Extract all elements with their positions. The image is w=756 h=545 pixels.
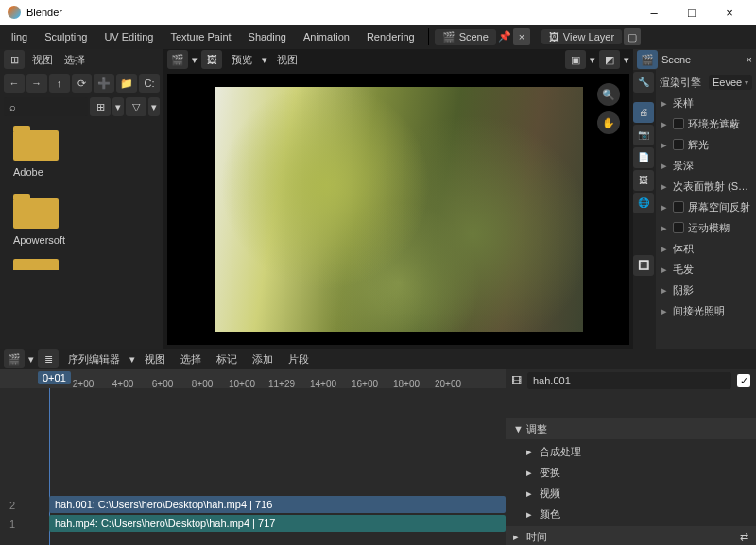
workspace-tab[interactable]: UV Editing — [96, 27, 161, 46]
chevron-down-icon[interactable]: ▾ — [192, 54, 198, 66]
scene-delete-button[interactable]: × — [747, 54, 752, 65]
nav-refresh-button[interactable]: ⟳ — [72, 74, 93, 93]
preview-mode-button[interactable]: 🖼 — [201, 50, 222, 69]
nav-drive-c[interactable]: C: — [139, 74, 160, 93]
render-tab-icon[interactable]: 🖨 — [633, 102, 654, 123]
maximize-button[interactable]: □ — [673, 6, 711, 20]
zoom-tool[interactable]: 🔍 — [597, 83, 620, 106]
chevron-down-icon[interactable]: ▾ — [262, 54, 267, 66]
folder-item[interactable] — [0, 259, 163, 270]
display-channels-button[interactable]: ▣ — [565, 50, 586, 69]
nav-new-folder-button[interactable]: ➕ — [94, 74, 114, 93]
strip-transform-row[interactable]: ▸变换 — [506, 462, 756, 483]
fb-search-input[interactable]: ⌕ — [4, 97, 88, 116]
strip-time-header[interactable]: ▸时间⇄ — [506, 526, 756, 545]
property-checkbox[interactable] — [673, 139, 684, 150]
world-tab-icon[interactable]: 🌐 — [633, 193, 654, 213]
strip-adjust-header[interactable]: ▼调整 — [506, 418, 756, 439]
video-strip[interactable]: hah.001: C:\Users\hero\Desktop\hah.mp4 |… — [49, 496, 506, 513]
scene-selector[interactable]: 🎬 Scene — [435, 29, 496, 45]
fb-folder-list[interactable]: Adobe Apowersoft — [0, 117, 163, 349]
property-row[interactable]: ▸运动模糊 — [656, 217, 756, 238]
tool-tab-icon[interactable]: 🔧 — [633, 72, 654, 93]
scene-pin-icon[interactable]: 📌 — [498, 30, 511, 43]
property-row[interactable]: ▸阴影 — [656, 280, 756, 300]
chevron-down-icon[interactable]: ▾ — [28, 353, 34, 366]
fb-filter-button[interactable]: ▽ — [126, 97, 146, 116]
workspace-tab[interactable]: Shading — [241, 27, 294, 46]
folder-icon — [13, 259, 59, 270]
property-label: 辉光 — [688, 138, 752, 152]
seq-menu-select[interactable]: 选择 — [175, 349, 207, 370]
property-row[interactable]: ▸环境光遮蔽 — [656, 113, 756, 134]
preview-mode-label[interactable]: 预览 — [226, 53, 258, 67]
property-row[interactable]: ▸辉光 — [656, 134, 756, 155]
scene-delete-button[interactable]: × — [513, 28, 530, 45]
viewlayer-tab-icon[interactable]: 📄 — [633, 147, 654, 168]
property-row[interactable]: ▸毛发 — [656, 259, 756, 280]
viewlayer-selector[interactable]: 🖼 View Layer — [541, 29, 622, 44]
editor-type-button[interactable]: 🎬 — [167, 50, 188, 69]
workspace-tab[interactable]: Sculpting — [37, 27, 94, 46]
fb-filter-dropdown[interactable]: ▾ — [148, 97, 160, 116]
current-frame-indicator[interactable]: 0+01 — [38, 371, 71, 384]
texture-tab-icon[interactable]: 🔳 — [633, 255, 654, 276]
output-tab-icon[interactable]: 📷 — [633, 125, 654, 145]
strip-mute-checkbox[interactable]: ✓ — [737, 374, 750, 387]
nav-forward-button[interactable]: → — [26, 74, 47, 93]
close-button[interactable]: × — [711, 6, 748, 20]
strip-video-row[interactable]: ▸视频 — [506, 483, 756, 503]
folder-item[interactable]: Apowersoft — [0, 191, 163, 259]
scene-datablock-button[interactable]: 🎬 — [637, 50, 658, 69]
property-row[interactable]: ▸次表面散射 (SSS) — [656, 176, 756, 196]
video-strip[interactable]: hah.mp4: C:\Users\hero\Desktop\hah.mp4 |… — [49, 515, 506, 532]
nav-up-button[interactable]: ↑ — [49, 74, 70, 93]
expand-icon: ▸ — [660, 97, 669, 110]
property-checkbox[interactable] — [673, 222, 684, 233]
sequencer-tracks[interactable]: 2 1 hah.001: C:\Users\hero\Desktop\hah.m… — [0, 388, 506, 545]
seq-mode-dropdown[interactable]: 序列编辑器 — [62, 349, 126, 370]
strip-compositing-row[interactable]: ▸合成处理 — [506, 441, 756, 462]
preview-viewport[interactable]: 🔍 ✋ — [167, 74, 629, 345]
fb-menu-select[interactable]: 选择 — [60, 53, 89, 67]
editor-type-button[interactable]: 🎬 — [4, 349, 25, 368]
folder-item[interactable]: Adobe — [0, 123, 163, 191]
chevron-down-icon[interactable]: ▾ — [590, 54, 595, 66]
workspace-tab[interactable]: Rendering — [359, 27, 422, 46]
property-checkbox[interactable] — [673, 201, 684, 213]
viewlayer-new-button[interactable]: ▢ — [624, 28, 641, 45]
scene-tab-icon[interactable]: 🖼 — [633, 170, 654, 191]
seq-menu-marker[interactable]: 标记 — [211, 349, 243, 370]
property-row[interactable]: ▸间接光照明 — [656, 300, 756, 321]
preview-menu-view[interactable]: 视图 — [271, 53, 303, 67]
fb-display-button[interactable]: ⊞ — [90, 97, 111, 116]
seq-menu-add[interactable]: 添加 — [247, 349, 279, 370]
timeline-area[interactable]: 0+01 2+004+006+008+0010+0011+2914+0016+0… — [0, 369, 506, 545]
property-row[interactable]: ▸景深 — [656, 155, 756, 176]
chevron-down-icon[interactable]: ▾ — [624, 54, 629, 66]
workspace-tab[interactable]: ling — [4, 27, 35, 46]
seq-mode-button[interactable]: ≣ — [38, 349, 59, 368]
property-checkbox[interactable] — [673, 118, 684, 129]
pan-tool[interactable]: ✋ — [597, 111, 620, 134]
nav-back-button[interactable]: ← — [4, 74, 25, 93]
chevron-down-icon[interactable]: ▾ — [129, 353, 135, 366]
fb-menu-view[interactable]: 视图 — [28, 53, 57, 67]
minimize-button[interactable]: – — [635, 6, 673, 20]
property-row[interactable]: ▸体积 — [656, 238, 756, 259]
fb-display-dropdown[interactable]: ▾ — [112, 97, 124, 116]
render-engine-dropdown[interactable]: Eevee▾ — [709, 75, 752, 90]
workspace-tab[interactable]: Animation — [296, 27, 357, 46]
property-row[interactable]: ▸屏幕空间反射 — [656, 196, 756, 217]
time-ruler[interactable]: 0+01 2+004+006+008+0010+0011+2914+0016+0… — [0, 369, 506, 388]
seq-menu-view[interactable]: 视图 — [139, 349, 171, 370]
workspace-tab[interactable]: Texture Paint — [163, 27, 238, 46]
retime-icon[interactable]: ⇄ — [740, 531, 748, 543]
overlay-button[interactable]: ◩ — [599, 50, 620, 69]
strip-name-input[interactable]: hah.001 — [527, 372, 731, 389]
nav-folder-icon[interactable]: 📁 — [116, 74, 137, 93]
strip-color-row[interactable]: ▸颜色 — [506, 503, 756, 524]
seq-menu-strip[interactable]: 片段 — [283, 349, 315, 370]
property-row[interactable]: ▸采样 — [656, 93, 756, 113]
editor-type-button[interactable]: ⊞ — [4, 50, 25, 69]
